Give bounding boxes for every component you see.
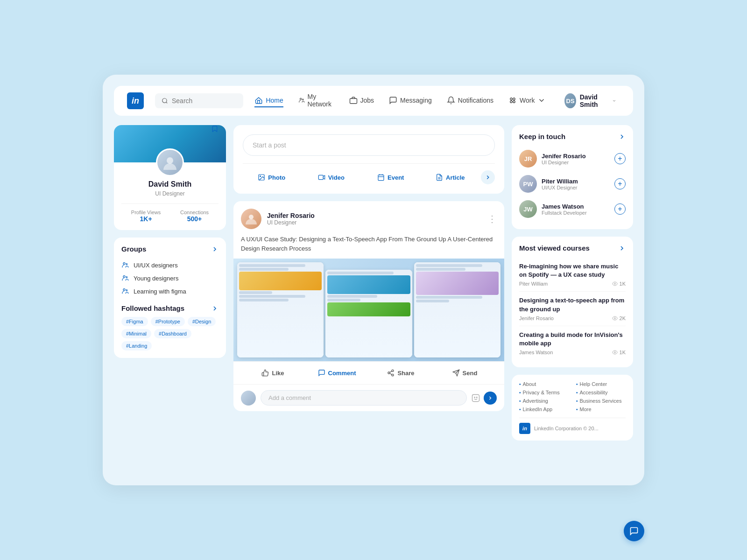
post-options-btn[interactable]: ⋮ xyxy=(487,213,497,224)
hashtag-item[interactable]: #Design xyxy=(188,317,216,326)
footer-link[interactable]: LinkedIn App xyxy=(519,406,569,412)
groups-title: Groups xyxy=(121,245,146,253)
group-icon xyxy=(121,287,129,295)
footer-link[interactable]: About xyxy=(519,381,569,387)
phone-screen-1 xyxy=(237,262,324,357)
nav-notifications[interactable]: Notifications xyxy=(447,94,493,107)
course-item[interactable]: Designing a text-to-speech app from the … xyxy=(519,292,626,326)
course-meta-2: Jenifer Rosario 2K xyxy=(519,315,626,321)
svg-point-25 xyxy=(249,215,254,219)
nav-notifications-label: Notifications xyxy=(458,97,493,104)
svg-point-14 xyxy=(126,290,127,291)
course-title-3: Creating a build mode for InVision's mob… xyxy=(519,331,626,348)
hashtag-item[interactable]: #Figma xyxy=(121,317,148,326)
hashtag-item[interactable]: #Prototype xyxy=(151,317,185,326)
keep-touch-arrow-icon[interactable] xyxy=(618,133,626,140)
comment-field[interactable]: Add a comment xyxy=(261,390,467,406)
composer-arrow-btn[interactable] xyxy=(481,170,495,184)
svg-point-5 xyxy=(513,98,515,100)
post-meta: Jenifer Rosario UI Designer xyxy=(267,212,482,226)
footer-grid: About Help Center Privacy & Terms Access… xyxy=(519,381,626,412)
footer-link[interactable]: Business Services xyxy=(576,398,626,404)
connect-btn-3[interactable]: + xyxy=(614,203,626,215)
photo-action[interactable]: Photo xyxy=(243,171,301,184)
left-panel: David Smith UI Designer Profile Views 1K… xyxy=(114,125,226,365)
user-menu[interactable]: DS David Smith xyxy=(561,91,620,110)
hashtags-arrow-icon[interactable] xyxy=(211,305,218,312)
footer-link[interactable]: Accessibility xyxy=(576,390,626,395)
svg-point-27 xyxy=(388,372,390,374)
share-button[interactable]: Share xyxy=(369,366,433,379)
eye-icon xyxy=(612,281,618,287)
list-item[interactable]: Young designers xyxy=(121,272,218,285)
svg-point-4 xyxy=(510,98,513,100)
keep-touch-card: Keep in touch JR Jenifer Rosario UI Desi… xyxy=(512,125,633,229)
svg-point-1 xyxy=(300,98,301,99)
profile-stats: Profile Views 1K+ Connections 500+ xyxy=(121,203,218,223)
nav-work[interactable]: Work xyxy=(508,94,546,107)
list-item[interactable]: Learning with figma xyxy=(121,285,218,298)
video-action[interactable]: Video xyxy=(303,171,360,184)
nav-network[interactable]: My Network xyxy=(298,91,334,111)
connection-role-3: Fullstack Developer xyxy=(542,210,610,216)
comment-send-btn[interactable] xyxy=(484,392,497,405)
svg-marker-18 xyxy=(323,175,324,179)
linkedin-logo[interactable]: in xyxy=(127,92,144,109)
bookmark-icon[interactable] xyxy=(211,125,218,134)
nav-messaging[interactable]: Messaging xyxy=(389,94,432,107)
phone-screen-2 xyxy=(325,270,412,357)
footer-link[interactable]: Privacy & Terms xyxy=(519,390,569,395)
connection-item: JW James Watson Fullstack Developer + xyxy=(519,196,626,222)
groups-arrow-icon[interactable] xyxy=(211,245,218,253)
like-button[interactable]: Like xyxy=(241,366,305,379)
svg-point-37 xyxy=(614,317,615,319)
comment-button[interactable]: Comment xyxy=(305,366,369,379)
course-item[interactable]: Creating a build mode for InVision's mob… xyxy=(519,326,626,360)
footer-link[interactable]: Help Center xyxy=(576,381,626,387)
connection-avatar-3: JW xyxy=(519,200,537,218)
event-action[interactable]: Event xyxy=(362,171,420,184)
user-avatar-img: DS xyxy=(564,93,576,108)
connect-btn-1[interactable]: + xyxy=(614,153,626,164)
course-item[interactable]: Re-imagining how we share music on Spoti… xyxy=(519,258,626,292)
nav-home[interactable]: Home xyxy=(254,94,283,107)
video-icon xyxy=(318,174,325,181)
header: in Home My Network Jobs M xyxy=(114,86,633,116)
search-bar[interactable] xyxy=(155,93,243,108)
list-item[interactable]: UI/UX designers xyxy=(121,259,218,272)
footer-link[interactable]: More xyxy=(576,406,626,412)
svg-point-9 xyxy=(123,263,125,265)
post-text: A UX/UI Case Study: Designing a Text-To-… xyxy=(233,235,504,259)
search-input[interactable] xyxy=(172,97,233,105)
connection-info-2: Piter William UI/UX Designer xyxy=(542,178,610,190)
article-action[interactable]: Article xyxy=(422,171,479,184)
course-views-3: 1K xyxy=(612,350,626,355)
phone-bar xyxy=(416,300,449,302)
composer-input[interactable]: Start a post xyxy=(243,134,495,156)
arrow-right-icon xyxy=(485,174,491,181)
profile-avatar xyxy=(156,148,184,176)
connection-name-1: Jenifer Rosario xyxy=(542,153,610,160)
svg-line-29 xyxy=(390,373,392,375)
comment-label: Comment xyxy=(328,370,356,377)
hashtag-item[interactable]: #Landing xyxy=(121,341,152,350)
send-button[interactable]: Send xyxy=(433,366,497,379)
connections-label: Connections xyxy=(180,210,209,215)
hashtag-item[interactable]: #Dashboard xyxy=(154,329,191,338)
chat-bubble-btn[interactable] xyxy=(624,521,644,541)
nav-jobs[interactable]: Jobs xyxy=(349,94,374,107)
phone-bar xyxy=(416,264,482,267)
send-label: Send xyxy=(463,370,478,377)
courses-arrow-icon[interactable] xyxy=(618,245,626,252)
event-label: Event xyxy=(388,174,404,181)
svg-point-2 xyxy=(302,99,303,100)
connect-btn-2[interactable]: + xyxy=(614,178,626,189)
post-author-role: UI Designer xyxy=(267,219,482,226)
hashtag-item[interactable]: #Minimal xyxy=(121,329,151,338)
connection-avatar-2: PW xyxy=(519,175,537,193)
course-views-count-2: 2K xyxy=(620,315,626,321)
svg-point-13 xyxy=(123,289,125,291)
footer-link[interactable]: Advertising xyxy=(519,398,569,404)
video-label: Video xyxy=(328,174,345,181)
emoji-icon[interactable] xyxy=(472,394,480,402)
